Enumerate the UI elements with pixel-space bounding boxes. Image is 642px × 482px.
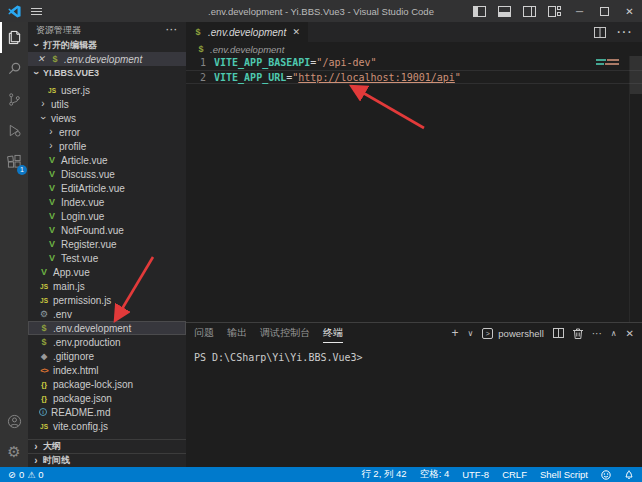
tree-item-Login.vue[interactable]: V Login.vue xyxy=(28,209,186,223)
explorer-icon[interactable] xyxy=(0,22,28,53)
extensions-icon[interactable]: 1 xyxy=(0,146,28,177)
eol-sequence[interactable]: CRLF xyxy=(502,469,527,480)
close-icon[interactable]: ✕ xyxy=(36,54,46,64)
maximize-button[interactable] xyxy=(592,0,617,22)
tab-output[interactable]: 输出 xyxy=(227,323,247,343)
scrollbar-slider[interactable] xyxy=(630,56,642,94)
editor-scrollbar[interactable] xyxy=(629,56,642,322)
chevron-right-icon: › xyxy=(32,456,40,466)
tree-item-.env[interactable]: ⚙ .env xyxy=(28,307,186,321)
vue-file-icon: V xyxy=(47,239,57,249)
editor-more-actions-icon[interactable]: ··· xyxy=(616,23,632,41)
minimap[interactable] xyxy=(596,59,626,67)
menu-icon[interactable] xyxy=(31,7,42,16)
vue-file-icon: V xyxy=(47,225,57,235)
close-panel-icon[interactable]: ✕ xyxy=(626,328,634,339)
env-file-icon: $ xyxy=(196,44,206,54)
tree-item-profile[interactable]: › profile xyxy=(28,139,186,153)
url-link[interactable]: http://localhost:19001/api xyxy=(298,71,455,83)
js-file-icon: JS xyxy=(39,423,49,430)
gear-file-icon: ⚙ xyxy=(39,309,49,319)
tree-item-Article.vue[interactable]: V Article.vue xyxy=(28,153,186,167)
tree-item-Discuss.vue[interactable]: V Discuss.vue xyxy=(28,167,186,181)
open-editors-header[interactable]: › 打开的编辑器 xyxy=(28,38,186,52)
notifications-bell-icon[interactable] xyxy=(624,469,634,480)
toggle-sidebar-icon[interactable] xyxy=(467,0,492,22)
tab-env-development[interactable]: $ .env.development ✕ xyxy=(186,22,309,42)
tree-item-NotFound.vue[interactable]: V NotFound.vue xyxy=(28,223,186,237)
dollar-file-icon: $ xyxy=(39,323,49,333)
tree-item-error[interactable]: › error xyxy=(28,125,186,139)
html-file-icon: <> xyxy=(39,366,49,375)
tree-item-index.html[interactable]: <> index.html xyxy=(28,363,186,377)
problems-status[interactable]: ⊘0 ⚠0 xyxy=(8,469,44,480)
indentation[interactable]: 空格: 4 xyxy=(420,468,450,481)
feedback-icon[interactable] xyxy=(601,470,611,480)
tree-item-vite.config.js[interactable]: JS vite.config.js xyxy=(28,419,186,433)
terminal-prompt: PS D:\CSharp\Yi\Yi.BBS.Vue3> xyxy=(194,352,363,363)
tree-item-main.js[interactable]: JS main.js xyxy=(28,279,186,293)
tree-item-.env.development[interactable]: $ .env.development xyxy=(28,321,186,335)
source-control-icon[interactable] xyxy=(0,84,28,115)
timeline-section-header[interactable]: › 时间线 xyxy=(28,453,186,467)
tree-item-.gitignore[interactable]: ◆ .gitignore xyxy=(28,349,186,363)
tab-bar: $ .env.development ✕ ··· xyxy=(186,22,642,42)
tree-item-Register.vue[interactable]: V Register.vue xyxy=(28,237,186,251)
tab-debug-console[interactable]: 调试控制台 xyxy=(260,323,310,343)
tab-terminal[interactable]: 终端 xyxy=(323,323,343,343)
accounts-icon[interactable] xyxy=(0,406,28,437)
vue-file-icon: V xyxy=(47,169,57,179)
encoding[interactable]: UTF-8 xyxy=(462,469,489,480)
toggle-secondary-sidebar-icon[interactable] xyxy=(517,0,542,22)
open-editor-item[interactable]: ✕ $ .env.development xyxy=(28,52,186,66)
terminal[interactable]: PS D:\CSharp\Yi\Yi.BBS.Vue3> xyxy=(186,343,642,467)
toggle-panel-icon[interactable] xyxy=(492,0,517,22)
customize-layout-icon[interactable] xyxy=(542,0,567,22)
tree-item-EditArticle.vue[interactable]: V EditArticle.vue xyxy=(28,181,186,195)
minimize-button[interactable]: ─ xyxy=(567,0,592,22)
kill-terminal-icon[interactable] xyxy=(573,328,583,339)
env-file-icon: $ xyxy=(193,27,203,37)
tree-item-views[interactable]: › views xyxy=(28,111,186,125)
window-title: .env.development - Yi.BBS.Vue3 - Visual … xyxy=(190,6,452,17)
vue-file-icon: V xyxy=(47,211,57,221)
maximize-panel-icon[interactable]: ∧ xyxy=(611,329,617,338)
tree-item-README.md[interactable]: i README.md xyxy=(28,405,186,419)
explorer-more-actions-icon[interactable]: ··· xyxy=(166,25,178,35)
search-icon[interactable] xyxy=(0,53,28,84)
chevron-down-icon: › xyxy=(38,114,48,122)
settings-gear-icon[interactable]: ⚙ xyxy=(0,437,28,467)
tab-problems[interactable]: 问题 xyxy=(194,323,214,343)
run-debug-icon[interactable] xyxy=(0,115,28,146)
terminal-dropdown-icon[interactable]: ∨ xyxy=(467,329,473,338)
chevron-right-icon: › xyxy=(47,141,55,151)
tree-item-Test.vue[interactable]: V Test.vue xyxy=(28,251,186,265)
tree-item-Index.vue[interactable]: V Index.vue xyxy=(28,195,186,209)
tree-item-App.vue[interactable]: V App.vue xyxy=(28,265,186,279)
tree-item-package-lock.json[interactable]: {} package-lock.json xyxy=(28,377,186,391)
shell-label[interactable]: powershell xyxy=(498,328,543,339)
project-section-header[interactable]: › YI.BBS.VUE3 xyxy=(28,66,186,80)
tree-item-package.json[interactable]: {} package.json xyxy=(28,391,186,405)
close-tab-icon[interactable]: ✕ xyxy=(291,27,301,37)
vscode-logo-icon xyxy=(8,5,21,18)
tree-item-utils[interactable]: › utils xyxy=(28,97,186,111)
js-file-icon: JS xyxy=(39,297,49,304)
cursor-position[interactable]: 行 2, 列 42 xyxy=(361,468,406,481)
close-window-button[interactable]: ✕ xyxy=(617,0,642,22)
extensions-badge: 1 xyxy=(17,165,27,175)
title-bar: .env.development - Yi.BBS.Vue3 - Visual … xyxy=(0,0,642,22)
editor-area: $ .env.development ✕ ··· $ .env.developm… xyxy=(186,22,642,467)
vue-file-icon: V xyxy=(47,183,57,193)
tree-item-permission.js[interactable]: JS permission.js xyxy=(28,293,186,307)
breadcrumb[interactable]: $ .env.development xyxy=(186,42,642,56)
language-mode[interactable]: Shell Script xyxy=(540,469,588,480)
split-terminal-icon[interactable] xyxy=(553,328,564,338)
tree-item-.env.production[interactable]: $ .env.production xyxy=(28,335,186,349)
new-terminal-icon[interactable]: + xyxy=(451,326,458,340)
tree-item-user.js[interactable]: JS user.js xyxy=(28,83,186,97)
code-editor[interactable]: 1 VITE_APP_BASEAPI="/api-dev" 2 VITE_APP… xyxy=(186,56,642,322)
panel-more-actions-icon[interactable]: ··· xyxy=(592,328,602,339)
outline-section-header[interactable]: › 大纲 xyxy=(28,439,186,453)
split-editor-icon[interactable] xyxy=(594,27,606,38)
